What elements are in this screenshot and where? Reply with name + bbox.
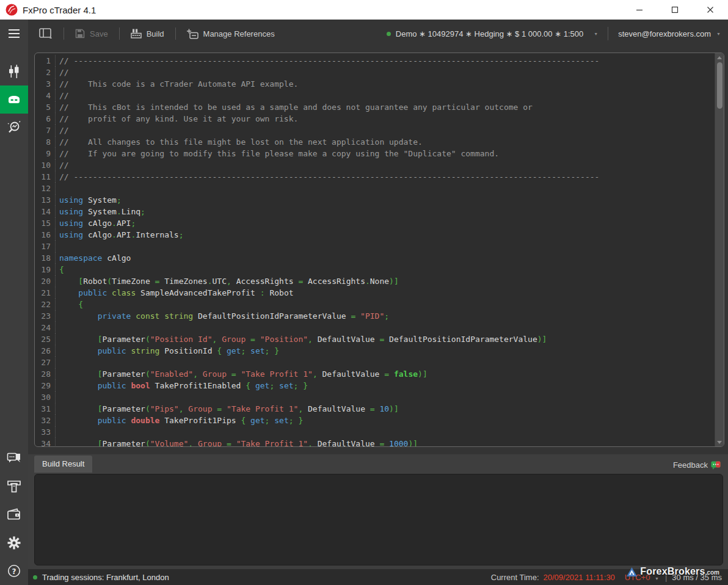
- trading-sessions-label: Trading sessions: Frankfurt, London: [42, 573, 169, 582]
- line-number: 34: [35, 438, 56, 447]
- code-line-text: [Parameter("Pips", Group = "Take Profit …: [56, 403, 399, 415]
- code-line: 9// If you are going to modify this file…: [35, 148, 724, 159]
- line-number: 4: [35, 90, 56, 101]
- line-number: 28: [35, 368, 56, 380]
- code-line: 12: [35, 183, 724, 194]
- line-number: 26: [35, 345, 56, 357]
- toolbar-separator: [119, 27, 120, 40]
- user-email: steven@forexbrokers.com: [618, 29, 711, 38]
- line-number: 30: [35, 391, 56, 403]
- code-line: 15using cAlgo.API;: [35, 217, 724, 229]
- app-body: ?: [0, 20, 728, 585]
- line-number: 12: [35, 183, 56, 194]
- line-number: 13: [35, 194, 56, 206]
- atm-icon: [7, 479, 21, 494]
- code-line-text: [56, 322, 59, 333]
- code-editor[interactable]: 1// ------------------------------------…: [34, 53, 724, 447]
- code-line: 6// profit of any kind. Use it at your o…: [35, 113, 724, 125]
- toolbar-separator: [608, 27, 608, 40]
- sidebar-item-wallet[interactable]: [0, 501, 28, 529]
- maximize-button[interactable]: [657, 0, 693, 20]
- code-line: 29 public bool TakeProfit1Enabled { get;…: [35, 380, 724, 391]
- sidebar-item-chat[interactable]: [0, 445, 28, 473]
- status-separator: |: [665, 573, 667, 582]
- code-line-text: [56, 391, 59, 403]
- save-label: Save: [90, 29, 108, 38]
- line-number: 19: [35, 264, 56, 275]
- line-number: 10: [35, 159, 56, 171]
- code-line: 14using System.Linq;: [35, 206, 724, 217]
- save-button[interactable]: Save: [73, 25, 111, 42]
- account-zone: Demo ∗ 10492974 ∗ Hedging ∗ $ 1 000.00 ∗…: [387, 27, 721, 40]
- session-status-dot: [33, 575, 37, 580]
- help-icon: ?: [7, 564, 21, 578]
- robot-icon: [7, 93, 21, 106]
- code-line: 16using cAlgo.API.Internals;: [35, 229, 724, 241]
- minimize-button[interactable]: [622, 0, 657, 20]
- line-number: 15: [35, 217, 56, 229]
- toolbar-separator: [175, 27, 176, 40]
- code-line-text: // If you are going to modify this file …: [56, 148, 499, 159]
- manage-references-button[interactable]: Manage References: [184, 25, 277, 43]
- line-number: 27: [35, 357, 56, 368]
- code-line: 25 [Parameter("Position Id", Group = "Po…: [35, 333, 724, 345]
- code-line: 5// This cBot is intended to be used as …: [35, 101, 724, 113]
- account-info: Demo ∗ 10492974 ∗ Hedging ∗ $ 1 000.00 ∗…: [396, 29, 583, 38]
- fxpro-logo-icon: [5, 4, 18, 16]
- sidebar-item-help[interactable]: ?: [0, 557, 28, 585]
- search-chart-icon: [7, 120, 21, 135]
- code-line-text: [56, 183, 59, 194]
- sidebar-item-deposit[interactable]: [0, 473, 28, 501]
- build-output-panel[interactable]: [34, 474, 723, 565]
- app-window: FxPro cTrader 4.1: [0, 0, 728, 585]
- sidebar-item-automate[interactable]: [0, 85, 28, 114]
- code-line-text: [56, 426, 59, 438]
- chevron-down-icon: ▼: [594, 32, 598, 36]
- current-time-value: 20/09/2021 11:11:30: [544, 573, 615, 582]
- tab-build-result[interactable]: Build Result: [34, 456, 92, 473]
- timezone-selector[interactable]: UTC+0 ▼: [625, 573, 659, 582]
- account-selector[interactable]: Demo ∗ 10492974 ∗ Hedging ∗ $ 1 000.00 ∗…: [387, 29, 598, 38]
- line-number: 29: [35, 380, 56, 391]
- code-line: 22 {: [35, 299, 724, 310]
- scrollbar-thumb[interactable]: [717, 62, 723, 109]
- menu-button[interactable]: [0, 20, 28, 48]
- sidebar-item-settings[interactable]: [0, 529, 28, 557]
- code-line-text: [Parameter("Position Id", Group = "Posit…: [56, 333, 547, 345]
- feedback-label: Feedback: [673, 460, 708, 470]
- build-button[interactable]: Build: [128, 25, 167, 42]
- editor-scrollbar[interactable]: [715, 53, 724, 446]
- line-number: 32: [35, 415, 56, 426]
- scroll-down-arrow-icon[interactable]: [715, 438, 724, 446]
- code-line: 4//: [35, 90, 724, 101]
- line-number: 2: [35, 67, 56, 78]
- toolbar: Save Build: [28, 20, 728, 48]
- code-line-text: // All changes to this file might be los…: [56, 136, 423, 148]
- code-line: 32 public double TakeProfit1Pips { get; …: [35, 415, 724, 426]
- code-line-text: [56, 241, 59, 252]
- code-area[interactable]: 1// ------------------------------------…: [35, 53, 724, 447]
- trading-sessions: Trading sessions: Frankfurt, London: [33, 573, 169, 582]
- user-email-menu[interactable]: steven@forexbrokers.com ▼: [618, 29, 721, 38]
- window-controls: [622, 0, 728, 20]
- code-line-text: // -------------------------------------…: [56, 171, 599, 183]
- feedback-button[interactable]: Feedback: [673, 460, 721, 470]
- code-line-text: // profit of any kind. Use it at your ow…: [56, 113, 298, 125]
- manage-references-icon: [187, 29, 198, 39]
- panel-layout-icon: [39, 28, 53, 39]
- code-line-text: using System.Linq;: [56, 206, 145, 217]
- line-number: 25: [35, 333, 56, 345]
- sidebar-item-trade[interactable]: [0, 57, 28, 85]
- code-line-text: {: [56, 264, 64, 275]
- layout-panel-button[interactable]: [37, 24, 55, 43]
- code-line: 21 public class SampleAdvancedTakeProfit…: [35, 287, 724, 299]
- code-line: 2//: [35, 67, 724, 78]
- sidebar-item-analyze[interactable]: [0, 114, 28, 142]
- code-line-text: public bool TakeProfit1Enabled { get; se…: [56, 380, 308, 391]
- line-number: 21: [35, 287, 56, 299]
- build-tabs-row: Build Result Feedback: [28, 454, 728, 473]
- scroll-up-arrow-icon[interactable]: [715, 54, 724, 61]
- line-number: 1: [35, 55, 56, 67]
- line-number: 22: [35, 299, 56, 310]
- close-button[interactable]: [693, 0, 728, 20]
